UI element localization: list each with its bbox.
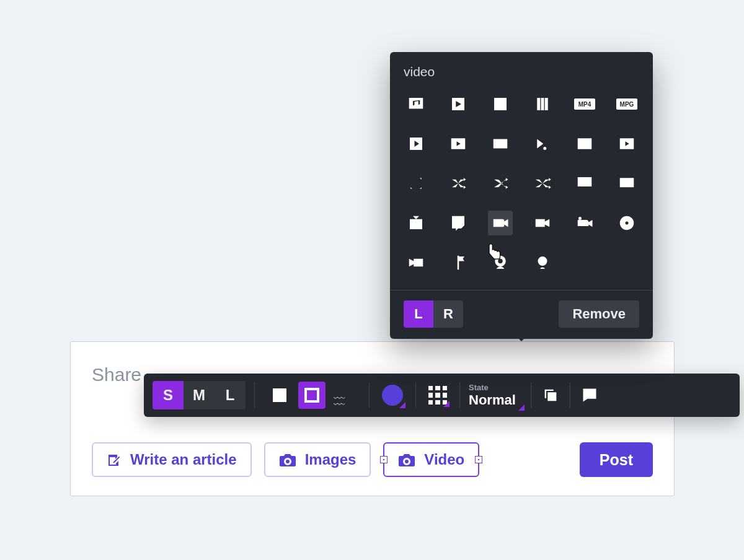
- play-forward-icon[interactable]: [530, 131, 555, 156]
- images-button[interactable]: Images: [264, 442, 371, 477]
- post-button[interactable]: Post: [580, 442, 653, 477]
- monitor-icon[interactable]: [614, 171, 639, 196]
- style-group: ﹏﹏: [264, 374, 360, 417]
- size-m[interactable]: M: [184, 381, 215, 409]
- desktop-icon[interactable]: [572, 171, 597, 196]
- shuffle-3-icon[interactable]: [530, 171, 555, 196]
- duplicate-button[interactable]: [540, 385, 561, 406]
- fill-solid-button[interactable]: [266, 382, 293, 409]
- disc-icon[interactable]: [614, 211, 639, 235]
- play-square-alt-icon[interactable]: [446, 131, 471, 156]
- size-group: S M L: [153, 374, 246, 417]
- play-solid-icon[interactable]: [446, 92, 471, 116]
- comment-button[interactable]: [579, 385, 600, 406]
- resize-handle-right[interactable]: [475, 456, 482, 463]
- toolbar-separator: [369, 382, 370, 408]
- images-label: Images: [305, 451, 356, 468]
- icon-picker-button[interactable]: [428, 386, 447, 405]
- toolbar-separator: [531, 382, 531, 408]
- write-article-button[interactable]: Write an article: [92, 442, 252, 477]
- webcam-icon[interactable]: [488, 250, 513, 275]
- webcam-alt-icon[interactable]: [530, 250, 555, 275]
- play-square-icon[interactable]: [404, 131, 428, 156]
- filmstrip-icon[interactable]: [488, 131, 513, 156]
- popover-separator: [390, 290, 653, 291]
- fill-wavy-button[interactable]: ﹏﹏: [330, 382, 358, 409]
- compose-icon: [107, 453, 120, 466]
- share-actions-row: Write an article Images Video Post: [92, 442, 653, 477]
- fill-outline-button[interactable]: [298, 382, 326, 409]
- toolbar-separator: [570, 382, 570, 408]
- twitch-icon[interactable]: [446, 211, 471, 235]
- flag-pin-icon[interactable]: [446, 250, 471, 275]
- video-button[interactable]: Video: [383, 442, 479, 477]
- share-card: Share Write an article Images Video Post: [70, 341, 675, 496]
- video-camera-icon[interactable]: [488, 211, 513, 235]
- popover-footer: L R Remove: [404, 300, 639, 328]
- icon-align-left[interactable]: L: [404, 300, 433, 328]
- film-icon[interactable]: [488, 92, 513, 116]
- film-columns-icon[interactable]: [530, 92, 555, 116]
- color-picker[interactable]: [382, 385, 403, 406]
- state-label: State: [469, 383, 516, 392]
- video-label: Video: [424, 451, 464, 468]
- video-frame-icon[interactable]: [572, 131, 597, 156]
- video-frame-play-icon[interactable]: [614, 131, 639, 156]
- camcorder-left-icon[interactable]: [404, 250, 428, 275]
- camera-icon: [279, 453, 295, 466]
- tv-retro-icon[interactable]: [404, 211, 428, 235]
- svg-text:MPG: MPG: [620, 101, 634, 108]
- icon-align-toggle: L R: [404, 300, 463, 328]
- size-l[interactable]: L: [215, 381, 246, 409]
- camcorder-icon[interactable]: [530, 211, 555, 235]
- write-article-label: Write an article: [130, 451, 237, 468]
- camera-icon: [398, 453, 414, 466]
- wave-icon: ﹏﹏: [334, 391, 355, 400]
- icon-picker-popover: video MP4MPG L R Remove: [390, 52, 653, 339]
- video-camera-alt-icon[interactable]: [572, 211, 597, 235]
- svg-text:MP4: MP4: [578, 101, 591, 108]
- mp4-badge-icon[interactable]: MP4: [572, 92, 597, 116]
- icon-grid: MP4MPG: [404, 89, 639, 284]
- shuffle-1-icon[interactable]: [446, 171, 471, 196]
- mpg-badge-icon[interactable]: MPG: [614, 92, 639, 116]
- state-value: Normal: [469, 392, 516, 408]
- popover-title: video: [404, 64, 639, 79]
- shuffle-x-icon[interactable]: [404, 171, 428, 196]
- music-note-icon[interactable]: [404, 92, 428, 116]
- toolbar-separator: [254, 382, 255, 408]
- size-s[interactable]: S: [153, 381, 184, 409]
- floating-toolbar: S M L ﹏﹏ State Normal: [144, 374, 740, 417]
- toolbar-separator: [459, 382, 460, 408]
- remove-icon-button[interactable]: Remove: [559, 300, 639, 328]
- icon-align-right[interactable]: R: [433, 300, 463, 328]
- shuffle-2-icon[interactable]: [488, 171, 513, 196]
- state-dropdown[interactable]: State Normal: [469, 383, 522, 408]
- resize-handle-left[interactable]: [380, 456, 388, 463]
- toolbar-separator: [415, 382, 416, 408]
